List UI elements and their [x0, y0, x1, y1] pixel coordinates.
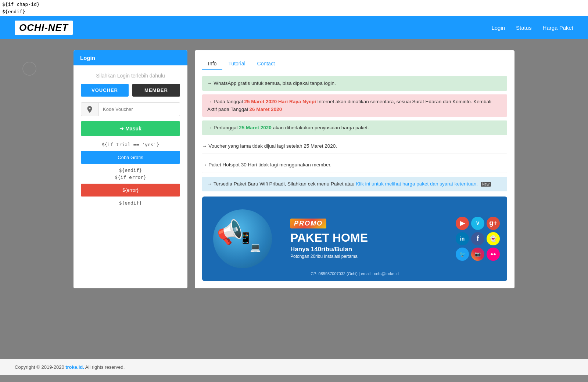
footer-text-before: Copyright © 2019-2020	[15, 364, 65, 370]
promo-desc: Potongan 20ribu Instalasi pertama	[290, 254, 452, 259]
promo-label: PROMO	[290, 219, 326, 228]
login-panel-header: Login	[74, 50, 187, 65]
info-item-harga: → Pertanggal 25 Maret 2020 akan diberlak…	[202, 120, 507, 135]
svg-point-0	[23, 62, 36, 75]
footer-text-after: All rights reserved.	[84, 364, 125, 370]
tab-contact[interactable]: Contact	[251, 58, 281, 70]
nav-status[interactable]: Status	[516, 25, 532, 31]
info-harga-text: → Pertanggal 25 Maret 2020 akan diberlak…	[207, 125, 369, 130]
twitter-icon: 🐦	[456, 248, 469, 261]
masuk-button[interactable]: ➜ Masuk	[81, 121, 180, 136]
info-nyepi-text: → Pada tanggal 25 Maret 2020 Hari Raya N…	[207, 99, 491, 112]
error-button[interactable]: ${error}	[81, 184, 180, 197]
info-item-whatsapp: → WhatsApp gratis untuk semua, bisa dipa…	[202, 76, 507, 91]
content-area: Login Silahkan Login terlebih dahulu VOU…	[74, 50, 514, 288]
info-item-wifi-pribadi: → Tersedia Paket Baru Wifi Pribadi, Sila…	[202, 177, 507, 191]
facebook-icon: f	[471, 232, 484, 245]
header: OCHI-NET Login Status Harga Paket	[0, 16, 588, 39]
footer: Copyright © 2019-2020 troke.id. All righ…	[0, 359, 588, 375]
site-logo: OCHI-NET	[15, 21, 73, 35]
promo-text: PROMO PAKET HOME Hanya 140ribu/Bulan Pot…	[283, 219, 452, 259]
linkedin-icon: in	[456, 232, 469, 245]
main-background: Login Silahkan Login terlebih dahulu VOU…	[0, 39, 588, 359]
promo-contact: CP: 085937007032 (Ochi) | email : ochi@t…	[311, 271, 399, 276]
template-if-trial: ${if trial == 'yes'}	[81, 142, 180, 147]
login-panel-body: Silahkan Login terlebih dahulu VOUCHER M…	[74, 65, 187, 215]
template-endif-1: ${endif}	[81, 167, 180, 173]
info-whatsapp-text: → WhatsApp gratis untuk semua, bisa dipa…	[207, 80, 336, 86]
promo-subtitle: Hanya 140ribu/Bulan	[290, 246, 452, 253]
googleplus-icon: g+	[487, 217, 500, 230]
social-row-2: in f 👻	[456, 232, 500, 245]
flickr-icon: ●●	[487, 248, 500, 261]
info-wifi-text: → Tersedia Paket Baru Wifi Pribadi, Sila…	[207, 181, 491, 187]
login-tabs: VOUCHER MEMBER	[81, 84, 180, 97]
tab-info[interactable]: Info	[202, 58, 222, 70]
promo-inner: 📢 📱 💻 PROMO PAKET HOME Hanya 140ribu/Bul…	[202, 197, 507, 281]
info-panel: Info Tutorial Contact → WhatsApp gratis …	[195, 50, 514, 288]
voucher-input-group	[81, 102, 180, 116]
info-item-hotspot: → Paket Hotspot 30 Hari tidak lagi mengg…	[202, 158, 507, 173]
social-row-3: 🐦 📷 ●●	[456, 248, 500, 261]
voucher-icon	[81, 103, 98, 116]
template-line-2: ${endif}	[2, 8, 586, 15]
footer-link[interactable]: troke.id.	[65, 364, 84, 370]
snapchat-icon: 👻	[487, 232, 500, 245]
promo-graphic: 📢 📱 💻	[209, 206, 283, 272]
youtube-icon: ▶	[456, 217, 469, 230]
new-badge: New	[481, 182, 491, 187]
member-button[interactable]: MEMBER	[132, 84, 180, 97]
coba-gratis-button[interactable]: Coba Gratis	[81, 151, 180, 164]
nav-login[interactable]: Login	[491, 25, 505, 31]
tab-tutorial[interactable]: Tutorial	[222, 58, 251, 70]
header-nav: Login Status Harga Paket	[491, 25, 573, 31]
template-if-error: ${if error}	[81, 174, 180, 180]
voucher-input[interactable]	[98, 103, 180, 116]
info-item-nyepi: → Pada tanggal 25 Maret 2020 Hari Raya N…	[202, 94, 507, 117]
laptop-icon: 💻	[250, 242, 261, 253]
info-item-voucher: → Voucher yang lama tidak dijual lagi se…	[202, 139, 507, 154]
voucher-button[interactable]: VOUCHER	[81, 84, 129, 97]
social-icons: ▶ V g+ in f 👻 🐦 📷 ●●	[456, 217, 500, 261]
nav-harga-paket[interactable]: Harga Paket	[543, 25, 573, 31]
info-tabs: Info Tutorial Contact	[202, 58, 507, 70]
promo-banner: 📢 📱 💻 PROMO PAKET HOME Hanya 140ribu/Bul…	[202, 197, 507, 281]
promo-title: PAKET HOME	[290, 231, 452, 244]
wifi-link[interactable]: Klik ini untuk melihat harga paket dan s…	[356, 181, 478, 187]
template-code-block: ${if chap-id} ${endif}	[0, 0, 588, 16]
info-hotspot-text: → Paket Hotspot 30 Hari tidak lagi mengg…	[202, 162, 331, 167]
social-row-1: ▶ V g+	[456, 217, 500, 230]
info-voucher-text: → Voucher yang lama tidak dijual lagi se…	[202, 143, 337, 149]
login-panel: Login Silahkan Login terlebih dahulu VOU…	[74, 50, 187, 288]
template-endif-2: ${endif}	[81, 200, 180, 206]
template-line-1: ${if chap-id}	[2, 1, 586, 8]
login-hint: Silahkan Login terlebih dahulu	[81, 73, 180, 79]
vimeo-icon: V	[471, 217, 484, 230]
instagram-icon: 📷	[471, 248, 484, 261]
